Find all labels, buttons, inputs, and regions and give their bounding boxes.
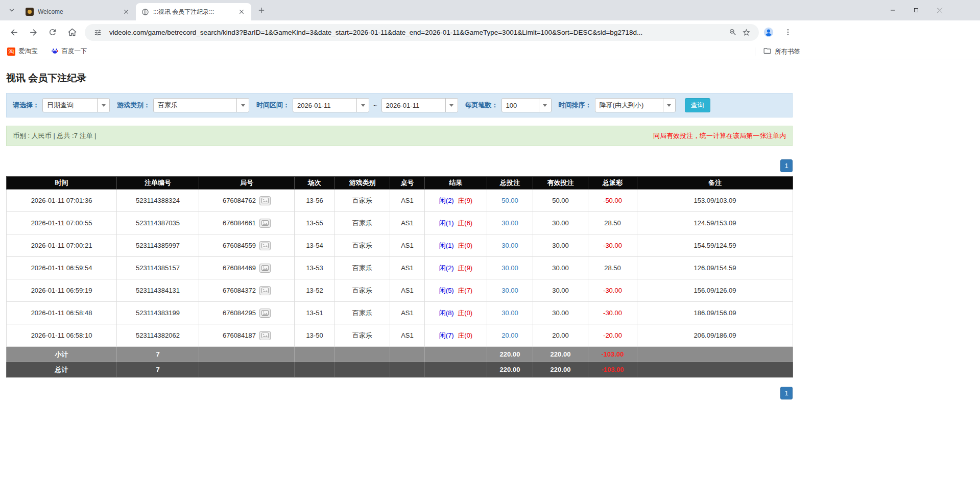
home-icon[interactable]	[63, 23, 81, 41]
subtotal-count: 7	[117, 347, 199, 362]
cell-valid-bet: 30.00	[533, 234, 588, 257]
cell-bet-id: 523114388324	[117, 190, 199, 212]
forward-icon[interactable]	[25, 23, 42, 41]
empty-cell	[295, 362, 335, 378]
back-icon[interactable]	[5, 23, 22, 41]
query-type-label: 请选择：	[13, 101, 39, 110]
game-record-icon[interactable]	[259, 331, 271, 340]
tab-bet-records[interactable]: :::视讯 会员下注纪录:::	[136, 3, 251, 20]
cell-total-bet[interactable]: 30.00	[487, 279, 533, 302]
close-window-icon[interactable]	[928, 0, 951, 20]
cell-total-bet[interactable]: 20.00	[487, 324, 533, 347]
cell-time: 2026-01-11 06:59:54	[7, 257, 117, 279]
pagination-page-button[interactable]: 1	[780, 387, 793, 399]
game-record-icon[interactable]	[259, 309, 271, 318]
column-header: 场次	[295, 177, 335, 190]
cell-table-no: AS1	[390, 257, 425, 279]
cell-total-bet[interactable]: 30.00	[487, 212, 533, 234]
cell-session: 13-53	[295, 257, 335, 279]
game-record-icon[interactable]	[259, 219, 271, 228]
cell-game-type: 百家乐	[335, 279, 390, 302]
result-player: 闲(1)	[439, 219, 454, 227]
refresh-icon[interactable]	[44, 23, 61, 41]
cell-total-bet[interactable]: 50.00	[487, 190, 533, 212]
cell-round: 676084559	[199, 234, 295, 257]
page-content: 视讯 会员下注纪录 请选择： 日期查询 游戏类别： 百家乐 时间区间： 2026…	[0, 59, 980, 399]
round-id: 676084559	[223, 242, 256, 249]
game-record-icon[interactable]	[259, 264, 271, 273]
pagination-top: 1	[6, 159, 793, 172]
query-type-select[interactable]: 日期查询	[42, 98, 110, 112]
game-record-icon[interactable]	[259, 286, 271, 295]
bookmark-star-icon[interactable]	[739, 26, 753, 39]
cell-note: 124.59/153.09	[637, 212, 793, 234]
tab-search-chevron-icon[interactable]	[4, 3, 19, 18]
minimize-icon[interactable]	[881, 0, 904, 20]
date-end-select[interactable]: 2026-01-11	[381, 98, 458, 112]
notice-text: 同局有效投注，统一计算在该局第一张注单内	[653, 131, 786, 140]
cell-payout: -30.00	[588, 279, 637, 302]
game-category-select[interactable]: 百家乐	[153, 98, 249, 112]
cell-bet-id: 523114387035	[117, 212, 199, 234]
cell-payout: -50.00	[588, 190, 637, 212]
cell-bet-id: 523114382062	[117, 324, 199, 347]
cell-session: 13-55	[295, 212, 335, 234]
column-header: 局号	[199, 177, 295, 190]
menu-kebab-icon[interactable]	[779, 23, 797, 41]
game-record-icon[interactable]	[259, 196, 271, 205]
new-tab-icon[interactable]	[254, 3, 269, 17]
bookmark-aitaobao[interactable]: 淘 爱淘宝	[5, 45, 40, 58]
cell-payout: -30.00	[588, 234, 637, 257]
cell-valid-bet: 20.00	[533, 324, 588, 347]
cell-note: 206.09/186.09	[637, 324, 793, 347]
bookmark-baidu[interactable]: 百度一下	[49, 45, 89, 58]
grand-total-row: 总计 7 220.00 220.00 -103.00	[7, 362, 793, 378]
cell-valid-bet: 30.00	[533, 212, 588, 234]
cell-total-bet[interactable]: 30.00	[487, 257, 533, 279]
cell-game-type: 百家乐	[335, 302, 390, 324]
cell-time: 2026-01-11 06:58:48	[7, 302, 117, 324]
bookmarks-bar: 淘 爱淘宝 百度一下 所有书签	[0, 44, 980, 59]
cell-session: 13-52	[295, 279, 335, 302]
cell-total-bet[interactable]: 30.00	[487, 234, 533, 257]
zoom-indicator-icon[interactable]	[726, 26, 739, 39]
cell-bet-id: 523114383199	[117, 302, 199, 324]
tab-close-icon[interactable]	[237, 7, 246, 16]
search-button[interactable]: 查询	[685, 98, 710, 112]
pagination-page-button[interactable]: 1	[780, 159, 793, 172]
site-settings-icon[interactable]	[91, 26, 104, 39]
result-player: 闲(1)	[439, 242, 454, 249]
round-id: 676084295	[223, 309, 256, 317]
cell-result: 闲(1) 庄(0)	[425, 234, 487, 257]
per-page-select[interactable]: 100	[501, 98, 552, 112]
profile-icon[interactable]	[760, 23, 777, 41]
all-bookmarks-button[interactable]: 所有书签	[761, 45, 802, 58]
cell-total-bet[interactable]: 30.00	[487, 302, 533, 324]
subtotal-label: 小计	[7, 347, 117, 362]
empty-cell	[637, 347, 793, 362]
maximize-icon[interactable]	[904, 0, 928, 20]
folder-icon	[763, 46, 772, 57]
tab-welcome[interactable]: Welcome	[20, 3, 136, 20]
time-sort-select[interactable]: 降幂(由大到小)	[595, 98, 676, 112]
address-bar[interactable]: videoie.com/game/betrecord_search/kind3?…	[85, 24, 759, 41]
tab-title: :::视讯 会员下注纪录:::	[153, 8, 237, 16]
cell-session: 13-51	[295, 302, 335, 324]
column-header: 注单编号	[117, 177, 199, 190]
pagination-bottom: 1	[6, 387, 793, 399]
result-banker: 庄(0)	[458, 242, 472, 249]
chevron-down-icon	[663, 99, 675, 112]
date-start-select[interactable]: 2026-01-11	[293, 98, 369, 112]
column-header: 游戏类别	[335, 177, 390, 190]
cell-table-no: AS1	[390, 302, 425, 324]
cell-result: 闲(2) 庄(9)	[425, 190, 487, 212]
tab-title: Welcome	[38, 8, 122, 15]
cell-result: 闲(5) 庄(7)	[425, 279, 487, 302]
cell-payout: 28.50	[588, 212, 637, 234]
cell-time: 2026-01-11 07:00:55	[7, 212, 117, 234]
date-range-label: 时间区间：	[256, 101, 290, 110]
tab-close-icon[interactable]	[122, 7, 131, 16]
cell-round: 676084762	[199, 190, 295, 212]
game-record-icon[interactable]	[259, 241, 271, 250]
column-header: 结果	[425, 177, 487, 190]
